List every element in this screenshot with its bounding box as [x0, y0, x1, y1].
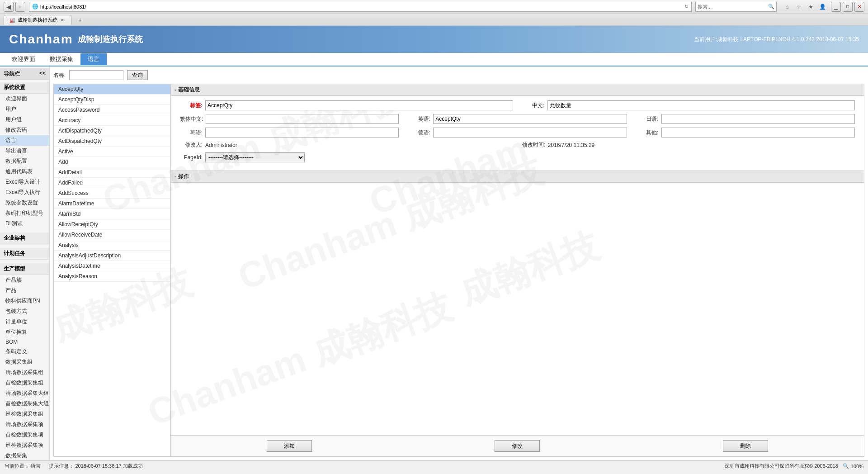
sidebar-item-materialpn[interactable]: 物料供应商PN — [0, 296, 49, 306]
list-item[interactable]: AccessPassword — [54, 105, 170, 115]
tab-close-icon[interactable]: ✕ — [60, 18, 64, 23]
list-item[interactable]: ActDispatchedQty — [54, 126, 170, 136]
basic-info-title: 基础信息 — [178, 86, 200, 94]
lock-icon: 🌐 — [32, 4, 38, 9]
basic-info-header: 基础信息 — [171, 84, 864, 96]
sidebar-item-firstcheckdatacollect[interactable]: 首检数据采集组 — [0, 378, 49, 388]
list-item[interactable]: AnalysisDatetime — [54, 261, 170, 271]
sidebar-item-language[interactable]: 语言 — [0, 135, 49, 146]
close-button[interactable]: ✕ — [854, 2, 864, 12]
basic-info-form: 标签: 中文: 繁体中文: — [171, 96, 864, 171]
maximize-button[interactable]: □ — [843, 2, 853, 12]
sidebar-item-packaging[interactable]: 包装方式 — [0, 306, 49, 317]
traditional-chinese-input[interactable] — [206, 114, 399, 124]
new-tab-button[interactable]: + — [73, 15, 87, 25]
sidebar-item-product[interactable]: 产品 — [0, 285, 49, 296]
reload-icon[interactable]: ↻ — [684, 4, 689, 9]
sidebar-item-dataconfig[interactable]: 数据配置 — [0, 156, 49, 166]
browser-controls: ◀ ▶ — [4, 2, 25, 12]
list-item[interactable]: AcceptQtyDisp — [54, 95, 170, 105]
sidebar-item-cleandatacollectlarge[interactable]: 清场数据采集大组 — [0, 388, 49, 398]
sidebar-item-bom[interactable]: BOM — [0, 337, 49, 346]
korean-label: 韩语: — [180, 129, 203, 137]
sidebar-item-cleandatacollectitem[interactable]: 清场数据采集项 — [0, 419, 49, 430]
copyright: 深圳市成翰科技有限公司保留所有版权© 2006-2018 — [725, 463, 838, 469]
sidebar-item-excelimportdesign[interactable]: Excel导入设计 — [0, 177, 49, 187]
list-item[interactable]: AnalysisReason — [54, 271, 170, 282]
zoom-control: 🔍 100% — [843, 463, 863, 469]
url-input[interactable] — [40, 4, 683, 9]
other-input[interactable] — [661, 128, 855, 137]
sidebar-item-changepassword[interactable]: 修改密码 — [0, 125, 49, 135]
forward-button[interactable]: ▶ — [15, 2, 25, 12]
sidebar-item-welcome[interactable]: 欢迎界面 — [0, 94, 49, 104]
english-input[interactable] — [433, 114, 627, 124]
bookmark-icon[interactable]: ★ — [806, 2, 816, 12]
nav-item-datacollect[interactable]: 数据采集 — [42, 53, 80, 65]
nav-item-language[interactable]: 语言 — [80, 53, 107, 65]
sidebar-item-dlltest[interactable]: Dll测试 — [0, 218, 49, 229]
list-item[interactable]: AlarmStd — [54, 209, 170, 219]
chinese-input[interactable] — [547, 100, 855, 110]
sidebar-item-commoncode[interactable]: 通用代码表 — [0, 166, 49, 177]
back-button[interactable]: ◀ — [4, 2, 14, 12]
nav-item-welcome[interactable]: 欢迎界面 — [5, 53, 42, 65]
japanese-input[interactable] — [661, 114, 855, 124]
user-icon[interactable]: 👤 — [817, 2, 827, 12]
sidebar-collapse-icon[interactable]: << — [39, 70, 46, 78]
list-item[interactable]: AddFailed — [54, 178, 170, 188]
browser-tab[interactable]: 🏭 成翰制造执行系统 ✕ — [4, 15, 71, 25]
list-item[interactable]: Analysis — [54, 240, 170, 251]
german-input[interactable] — [433, 128, 627, 137]
add-button[interactable]: 添加 — [267, 440, 312, 452]
sidebar-section-title-system: 系统设置 — [0, 82, 49, 94]
sidebar-item-sysparams[interactable]: 系统参数设置 — [0, 198, 49, 208]
list-item[interactable]: AddSuccess — [54, 188, 170, 199]
tag-input[interactable] — [205, 100, 513, 110]
list-item[interactable]: Active — [54, 147, 170, 157]
list-item[interactable]: Add — [54, 157, 170, 167]
list-item[interactable]: AlarmDatetime — [54, 199, 170, 209]
browser-search-input[interactable] — [698, 4, 766, 9]
sidebar-item-productfamily[interactable]: 产品族 — [0, 275, 49, 285]
sidebar-item-inspectiondatacollect[interactable]: 巡检数据采集组 — [0, 409, 49, 419]
list-item[interactable]: AcceptQty — [54, 84, 170, 95]
home-icon[interactable]: ⌂ — [782, 2, 792, 12]
german-label: 德语: — [408, 129, 430, 137]
list-item[interactable]: ActDispatchedQty — [54, 136, 170, 147]
browser-titlebar: ◀ ▶ 🌐 ↻ 🔍 ⌂ ☆ ★ 👤 _ □ ✕ — [0, 0, 868, 14]
sidebar-item-datacollect[interactable]: 数据采集 — [0, 450, 49, 460]
sidebar-item-excelimportexec[interactable]: Excel导入执行 — [0, 187, 49, 198]
sidebar-item-inspectiondatacollectitem[interactable]: 巡检数据采集项 — [0, 440, 49, 450]
sidebar-item-cleandatacollect[interactable]: 清场数据采集组 — [0, 367, 49, 378]
list-item[interactable]: Accuracy — [54, 115, 170, 126]
sidebar-item-measunit[interactable]: 计量单位 — [0, 317, 49, 327]
korean-input[interactable] — [205, 128, 399, 137]
sidebar-item-barcodeprinter[interactable]: 条码打印机型号 — [0, 208, 49, 218]
list-item[interactable]: AllowReceiveDate — [54, 230, 170, 240]
message-prefix: 提示信息： — [49, 463, 74, 469]
search-button[interactable]: 查询 — [127, 70, 148, 80]
system-name: 成翰制造执行系统 — [78, 34, 143, 45]
list-item[interactable]: AddDetail — [54, 167, 170, 178]
delete-button[interactable]: 删除 — [723, 440, 768, 452]
list-item[interactable]: AnalysisAdjustDescription — [54, 251, 170, 261]
browser-search-box[interactable]: 🔍 — [695, 2, 777, 12]
sidebar-item-unitconvert[interactable]: 单位换算 — [0, 327, 49, 337]
name-input[interactable] — [69, 70, 123, 80]
sidebar-item-datacollectgroup[interactable]: 数据采集组 — [0, 357, 49, 367]
sidebar-item-usergroup[interactable]: 用户组 — [0, 114, 49, 125]
sidebar-item-exportlang[interactable]: 导出语言 — [0, 146, 49, 156]
sidebar-item-firstcheckdatacollectlarge[interactable]: 首检数据采集大组 — [0, 398, 49, 409]
address-bar[interactable]: 🌐 ↻ — [29, 2, 692, 12]
sidebar-item-barcodedef[interactable]: 条码定义 — [0, 346, 49, 357]
edit-button[interactable]: 修改 — [495, 440, 540, 452]
search-icon[interactable]: 🔍 — [768, 4, 774, 9]
star-icon[interactable]: ☆ — [794, 2, 804, 12]
minimize-button[interactable]: _ — [831, 2, 841, 12]
list-item[interactable]: AllowReceiptQty — [54, 219, 170, 230]
sidebar-item-user[interactable]: 用户 — [0, 104, 49, 114]
page-id-select[interactable]: --------请选择-------- — [205, 152, 305, 162]
sidebar-item-firstcheckdatacollectitem[interactable]: 首检数据采集项 — [0, 430, 49, 440]
sidebar-section-production: 生产模型 产品族 产品 物料供应商PN 包装方式 计量单位 单位换算 BOM 条… — [0, 261, 49, 460]
